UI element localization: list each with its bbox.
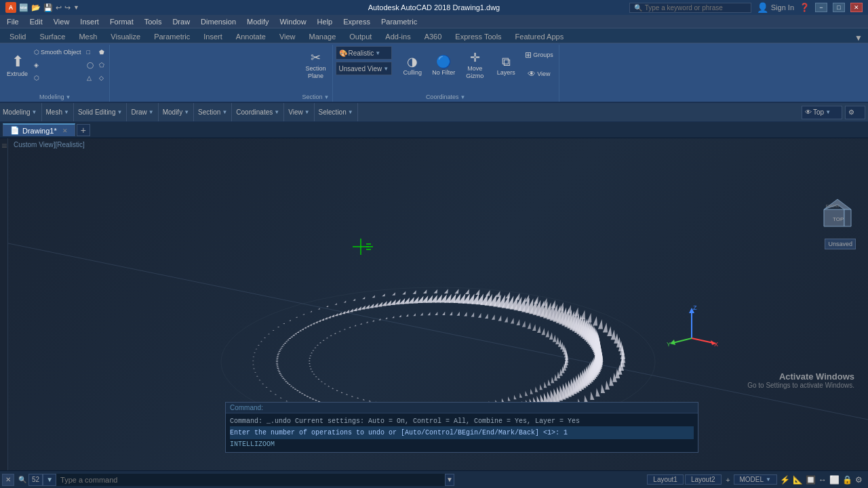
qa-open[interactable]: 📂 xyxy=(31,3,41,12)
menu-file[interactable]: File xyxy=(1,15,24,28)
tab-surface[interactable]: Surface xyxy=(33,28,72,43)
tab-visualize[interactable]: Visualize xyxy=(104,28,147,43)
viewcube[interactable]: TOP FRONT xyxy=(814,192,854,233)
menu-parametric[interactable]: Parametric xyxy=(376,15,422,28)
r2-modify-chevron[interactable]: ▼ xyxy=(184,109,189,115)
menu-express[interactable]: Express xyxy=(338,15,376,28)
modeling-tool7[interactable]: ⬟ xyxy=(97,46,106,58)
layout1-tab[interactable]: Layout1 xyxy=(647,474,684,485)
visual-style-dropdown[interactable]: 🎨 Realistic ▼ xyxy=(336,46,393,60)
status-icon-4[interactable]: ↔ xyxy=(818,475,827,485)
status-icon-5[interactable]: ⬜ xyxy=(829,475,840,485)
menu-draw[interactable]: Draw xyxy=(167,15,195,28)
tab-express-tools[interactable]: Express Tools xyxy=(448,28,508,43)
svg-marker-222 xyxy=(276,361,279,362)
menu-format[interactable]: Format xyxy=(104,15,139,28)
r2-view-chevron[interactable]: ▼ xyxy=(304,109,310,115)
r2-section-chevron[interactable]: ▼ xyxy=(222,109,227,115)
tab-parametric[interactable]: Parametric xyxy=(147,28,197,43)
qa-new[interactable]: 🆕 xyxy=(19,3,28,12)
r2-modeling-chevron[interactable]: ▼ xyxy=(32,109,37,115)
tab-featured-apps[interactable]: Featured Apps xyxy=(509,28,571,43)
status-icon-7[interactable]: ⚙ xyxy=(855,475,863,485)
qa-redo[interactable]: ↪ xyxy=(64,3,71,12)
maximize-button[interactable]: □ xyxy=(833,3,845,12)
command-input-end[interactable]: ▼ xyxy=(445,474,454,486)
modeling-tool8[interactable]: ⬠ xyxy=(97,59,106,71)
menu-edit[interactable]: Edit xyxy=(24,15,48,28)
t9-icon: ◇ xyxy=(99,75,104,81)
tab-insert[interactable]: Insert xyxy=(197,28,229,43)
section-plane-button[interactable]: ✂ SectionPlane xyxy=(303,46,329,85)
search-input[interactable] xyxy=(645,4,747,12)
r2-mesh-chevron[interactable]: ▼ xyxy=(64,109,69,115)
culling-button[interactable]: ◑ Culling xyxy=(397,46,427,85)
display-options[interactable]: ⚙ xyxy=(845,106,865,119)
view-preset-dropdown[interactable]: Unsaved View ▼ xyxy=(336,62,393,75)
status-icon-6[interactable]: 🔒 xyxy=(842,475,852,485)
menu-dimension[interactable]: Dimension xyxy=(195,15,241,28)
modeling-tool9[interactable]: ◇ xyxy=(97,72,106,84)
tab-add-ins[interactable]: Add-ins xyxy=(378,28,417,43)
qa-undo[interactable]: ↩ xyxy=(56,3,62,12)
move-gizmo-button[interactable]: ✛ MoveGizmo xyxy=(460,46,490,85)
sign-in-area[interactable]: 👤 Sign In xyxy=(757,2,794,13)
svg-marker-212 xyxy=(277,369,280,370)
status-search-icon[interactable]: 🔍 xyxy=(16,474,28,486)
sidebar-handle[interactable]: ||| xyxy=(1,144,7,148)
help-icon[interactable]: ❓ xyxy=(800,3,810,12)
menu-tools[interactable]: Tools xyxy=(139,15,167,28)
menu-modify[interactable]: Modify xyxy=(241,15,274,28)
modeling-tool2[interactable]: ◈ xyxy=(32,59,83,71)
command-input[interactable] xyxy=(56,474,445,486)
svg-marker-405 xyxy=(545,330,549,338)
tab-solid[interactable]: Solid xyxy=(3,28,33,43)
layout2-tab[interactable]: Layout2 xyxy=(685,474,722,485)
r2-coordinates-chevron[interactable]: ▼ xyxy=(274,109,279,115)
status-close-button[interactable]: ✕ xyxy=(2,474,14,486)
tab-drawing1[interactable]: 📄 Drawing1* ✕ xyxy=(3,123,75,136)
modeling-tool6[interactable]: △ xyxy=(85,72,96,84)
new-tab-button[interactable]: + xyxy=(77,124,90,136)
model-button[interactable]: MODEL ▼ xyxy=(734,474,777,485)
modeling-tool5[interactable]: ◯ xyxy=(85,59,96,71)
svg-marker-193 xyxy=(321,381,323,382)
close-button[interactable]: ✕ xyxy=(850,3,863,12)
ribbon-tabs: Solid Surface Mesh Visualize Parametric … xyxy=(0,28,868,43)
extrude-button[interactable]: ⬆ Extrude xyxy=(4,46,31,85)
tab-mesh[interactable]: Mesh xyxy=(72,28,104,43)
new-layout-button[interactable]: + xyxy=(723,474,734,485)
svg-marker-350 xyxy=(476,293,484,304)
r2-selection-chevron[interactable]: ▼ xyxy=(348,109,353,115)
tab-a360[interactable]: A360 xyxy=(418,28,449,43)
no-filter-button[interactable]: 🔵 No Filter xyxy=(429,46,458,85)
smooth-object-button[interactable]: ⬡ Smooth Object xyxy=(32,46,83,58)
tab-manage[interactable]: Manage xyxy=(302,28,343,43)
status-icon-1[interactable]: ⚡ xyxy=(780,475,790,485)
r2-solid-chevron[interactable]: ▼ xyxy=(117,109,122,115)
minimize-button[interactable]: − xyxy=(815,3,827,12)
tab-output[interactable]: Output xyxy=(342,28,378,43)
current-view-dropdown[interactable]: 👁 Top ▼ xyxy=(802,106,842,119)
cmd-number[interactable]: 52 xyxy=(28,474,43,486)
status-icon-3[interactable]: 🔲 xyxy=(806,475,816,485)
view-button[interactable]: 👁 View xyxy=(522,65,556,83)
menu-help[interactable]: Help xyxy=(312,15,338,28)
groups-button[interactable]: ⊞ Groups xyxy=(522,46,556,64)
svg-marker-339 xyxy=(454,289,458,293)
menu-window[interactable]: Window xyxy=(274,15,311,28)
modeling-tool4[interactable]: □ xyxy=(85,46,96,58)
tab-annotate[interactable]: Annotate xyxy=(229,28,273,43)
viewport[interactable]: Custom View][Realistic] xyxy=(8,138,868,470)
tab-close-icon[interactable]: ✕ xyxy=(62,127,68,134)
layers-button[interactable]: ⧉ Layers xyxy=(491,46,521,85)
r2-draw-chevron[interactable]: ▼ xyxy=(149,109,154,115)
tab-view[interactable]: View xyxy=(273,28,302,43)
qa-save[interactable]: 💾 xyxy=(43,3,53,12)
ribbon-minimize[interactable]: ▼ xyxy=(852,33,865,43)
modeling-tool3[interactable]: ⬡ xyxy=(32,72,83,84)
status-icon-2[interactable]: 📐 xyxy=(793,475,803,485)
qa-dropdown[interactable]: ▼ xyxy=(73,4,79,11)
menu-view[interactable]: View xyxy=(48,15,75,28)
menu-insert[interactable]: Insert xyxy=(75,15,104,28)
